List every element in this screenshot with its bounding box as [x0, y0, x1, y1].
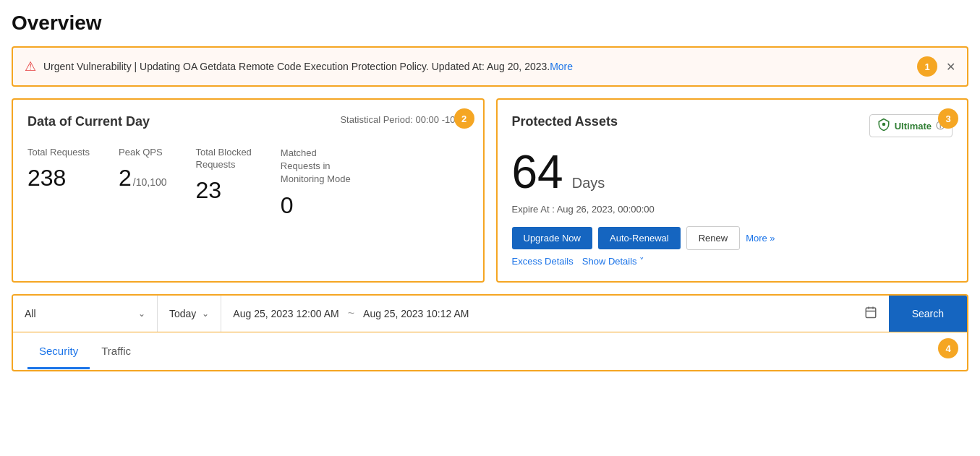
alert-message: Urgent Vulnerability | Updating OA Getda… — [43, 61, 908, 72]
svg-point-0 — [882, 123, 885, 126]
data-card: Data of Current Day Statistical Period: … — [12, 98, 485, 283]
metric-value: 23 — [196, 177, 252, 204]
data-card-title: Data of Current Day — [27, 114, 150, 129]
tabs-badge: 4 — [938, 338, 958, 358]
expire-text: Expire At : Aug 26, 2023, 00:00:00 — [512, 204, 953, 215]
ultimate-label: Ultimate — [895, 121, 932, 132]
metric-value-main: 2 — [119, 165, 132, 192]
tabs-container: Security Traffic 4 — [13, 332, 967, 370]
more-button[interactable]: More » — [746, 233, 775, 244]
metric-value-combined: 2 /10,100 — [119, 165, 167, 192]
filter-select-text: All — [25, 308, 138, 319]
protected-card: Protected Assets Ultimate ⓘ 3 64 Days Ex… — [496, 98, 969, 283]
shield-icon — [877, 118, 890, 134]
protected-title: Protected Assets — [512, 114, 618, 129]
tabs: Security Traffic — [27, 334, 142, 369]
renew-button[interactable]: Renew — [686, 226, 740, 250]
filter-tabs-wrapper: All ⌄ Today ⌄ Aug 25, 2023 12:00 AM ~ Au… — [12, 294, 968, 371]
metric-total-requests: Total Requests 238 — [27, 147, 90, 192]
tab-security[interactable]: Security — [27, 335, 90, 369]
protected-header: Protected Assets Ultimate ⓘ — [512, 114, 953, 137]
metric-value-sub: /10,100 — [133, 176, 167, 188]
alert-badge: 1 — [917, 56, 937, 77]
alert-banner: ⚠ Urgent Vulnerability | Updating OA Get… — [12, 46, 968, 87]
auto-renewal-button[interactable]: Auto-Renewal — [598, 227, 681, 249]
close-icon[interactable]: ✕ — [946, 60, 955, 74]
data-card-period: Statistical Period: 00:00 -10:12 — [340, 114, 468, 125]
date-separator: ~ — [348, 307, 354, 320]
alert-more-link[interactable]: More — [550, 61, 573, 72]
data-metrics: Total Requests 238 Peak QPS 2 /10,100 To… — [27, 147, 469, 219]
chevron-down-icon: ⌄ — [202, 309, 209, 319]
show-details-link[interactable]: Show Details ˅ — [582, 256, 644, 267]
days-label: Days — [572, 175, 605, 192]
svg-rect-1 — [866, 308, 876, 318]
filter-select[interactable]: All ⌄ — [13, 296, 158, 332]
upgrade-now-button[interactable]: Upgrade Now — [512, 227, 593, 249]
metric-label: Matched Requests in Monitoring Mode — [281, 147, 353, 186]
metric-label: Total Requests — [27, 147, 90, 159]
date-start: Aug 25, 2023 12:00 AM — [233, 308, 338, 319]
date-end: Aug 25, 2023 10:12 AM — [363, 308, 469, 319]
filter-bar: All ⌄ Today ⌄ Aug 25, 2023 12:00 AM ~ Au… — [13, 296, 967, 332]
search-button[interactable]: Search — [889, 296, 967, 332]
filter-period[interactable]: Today ⌄ — [158, 296, 221, 332]
protected-card-badge: 3 — [938, 108, 958, 129]
main-grid: Data of Current Day Statistical Period: … — [12, 98, 968, 283]
metric-label: Peak QPS — [119, 147, 167, 159]
chevron-down-icon: ⌄ — [138, 309, 145, 319]
metric-monitoring-mode: Matched Requests in Monitoring Mode 0 — [281, 147, 353, 219]
metric-peak-qps: Peak QPS 2 /10,100 — [119, 147, 167, 192]
data-card-header: Data of Current Day Statistical Period: … — [27, 114, 469, 129]
excess-details-link[interactable]: Excess Details — [512, 256, 574, 267]
page-title: Overview — [12, 12, 968, 35]
metric-value: 238 — [27, 165, 90, 192]
metric-blocked-requests: Total Blocked Requests 23 — [196, 147, 252, 204]
filter-date-range[interactable]: Aug 25, 2023 12:00 AM ~ Aug 25, 2023 10:… — [221, 296, 888, 332]
tab-traffic[interactable]: Traffic — [90, 335, 142, 369]
data-card-badge: 2 — [454, 108, 474, 129]
calendar-icon[interactable] — [864, 306, 877, 322]
metric-value: 0 — [281, 192, 353, 219]
protected-actions: Upgrade Now Auto-Renewal Renew More » — [512, 226, 953, 250]
days-display: 64 Days — [512, 149, 953, 195]
filter-period-text: Today — [169, 308, 196, 319]
days-number: 64 — [512, 149, 563, 195]
protected-links: Excess Details Show Details ˅ — [512, 256, 953, 267]
metric-label: Total Blocked Requests — [196, 147, 252, 171]
warning-icon: ⚠ — [25, 59, 36, 74]
